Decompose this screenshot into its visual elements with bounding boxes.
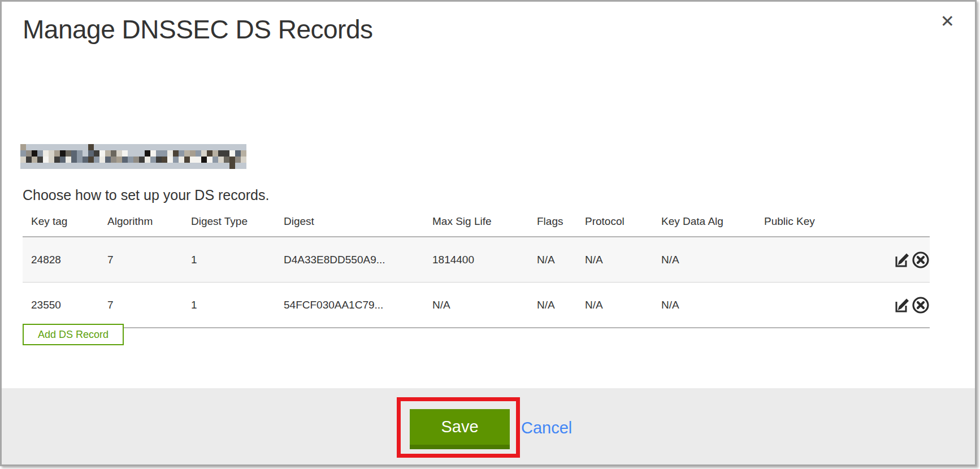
table-header-row: Key tag Algorithm Digest Type Digest Max… — [23, 209, 930, 237]
cell-public-key — [764, 237, 886, 283]
delete-record-icon[interactable] — [912, 296, 930, 314]
add-ds-record-button[interactable]: Add DS Record — [23, 324, 124, 345]
col-protocol: Protocol — [585, 209, 661, 237]
manage-dnssec-dialog: ✕ Manage DNSSEC DS Records Choose how to… — [0, 0, 977, 466]
cell-key-data-alg: N/A — [661, 283, 764, 328]
table-row: 24828 7 1 D4A33E8DD550A9... 1814400 N/A … — [23, 237, 930, 283]
edit-record-icon[interactable] — [893, 296, 911, 314]
cell-key-tag: 23550 — [23, 283, 107, 328]
table-row: 23550 7 1 54FCF030AA1C79... N/A N/A N/A … — [23, 283, 930, 328]
col-algorithm: Algorithm — [107, 209, 191, 237]
cancel-link[interactable]: Cancel — [521, 419, 572, 437]
cell-max-sig-life: 1814400 — [432, 237, 537, 283]
col-actions — [886, 209, 930, 237]
cell-digest-type: 1 — [191, 283, 284, 328]
cell-digest-type: 1 — [191, 237, 284, 283]
delete-record-icon[interactable] — [912, 251, 930, 269]
ds-records-table: Key tag Algorithm Digest Type Digest Max… — [23, 209, 930, 328]
col-key-tag: Key tag — [23, 209, 107, 237]
cell-max-sig-life: N/A — [432, 283, 537, 328]
col-flags: Flags — [537, 209, 585, 237]
cell-protocol: N/A — [585, 237, 661, 283]
cell-algorithm: 7 — [107, 283, 191, 328]
screenshot-page: ✕ Manage DNSSEC DS Records Choose how to… — [0, 0, 980, 469]
col-max-sig-life: Max Sig Life — [432, 209, 537, 237]
domain-name-redacted — [20, 144, 246, 169]
col-digest-type: Digest Type — [191, 209, 284, 237]
save-button[interactable]: Save — [410, 409, 510, 449]
cell-public-key — [764, 283, 886, 328]
cell-key-tag: 24828 — [23, 237, 107, 283]
cell-flags: N/A — [537, 283, 585, 328]
cell-key-data-alg: N/A — [661, 237, 764, 283]
cell-protocol: N/A — [585, 283, 661, 328]
dialog-footer: Save Cancel — [2, 388, 975, 464]
save-button-highlight: Save — [397, 397, 520, 458]
edit-record-icon[interactable] — [893, 251, 911, 269]
cell-algorithm: 7 — [107, 237, 191, 283]
instruction-text: Choose how to set up your DS records. — [23, 187, 269, 203]
cell-digest: D4A33E8DD550A9... — [284, 237, 432, 283]
col-key-data-alg: Key Data Alg — [661, 209, 764, 237]
col-public-key: Public Key — [764, 209, 886, 237]
dialog-title: Manage DNSSEC DS Records — [23, 14, 372, 45]
cell-flags: N/A — [537, 237, 585, 283]
col-digest: Digest — [284, 209, 432, 237]
cell-digest: 54FCF030AA1C79... — [284, 283, 432, 328]
close-icon[interactable]: ✕ — [940, 13, 955, 30]
